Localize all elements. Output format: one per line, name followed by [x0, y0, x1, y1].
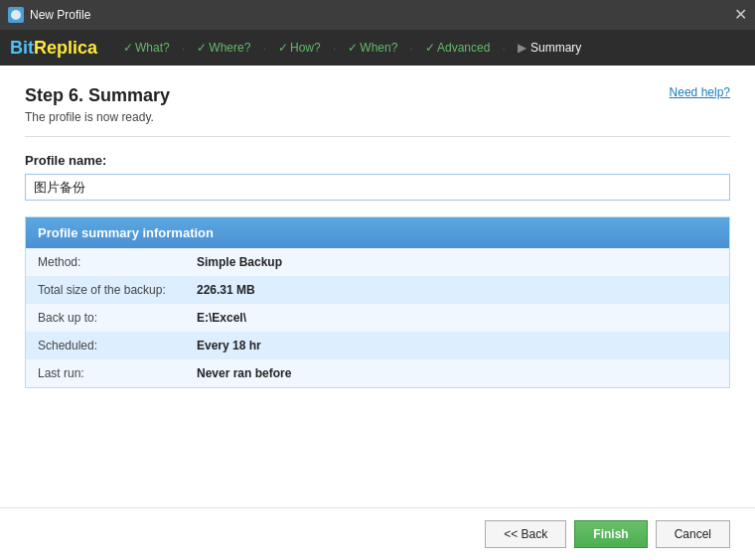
app-brand: BitReplica — [10, 38, 97, 59]
app-icon — [8, 7, 24, 23]
finish-button[interactable]: Finish — [574, 520, 647, 548]
summary-table: Method:Simple BackupTotal size of the ba… — [26, 248, 729, 387]
check-icon-how: ✓ — [278, 41, 288, 55]
step-subtitle: The profile is now ready. — [25, 110, 730, 124]
sep5: · — [502, 41, 506, 56]
sep1: · — [182, 41, 186, 56]
divider — [25, 136, 730, 137]
profile-name-label: Profile name: — [25, 153, 730, 168]
sep4: · — [409, 41, 413, 56]
main-content: Need help? Step 6. Summary The profile i… — [0, 66, 755, 560]
table-row: Method:Simple Backup — [26, 248, 729, 276]
table-row: Back up to:E:\Excel\ — [26, 304, 729, 332]
nav-step-when[interactable]: ✓ When? — [342, 41, 403, 55]
profile-name-input[interactable] — [25, 174, 730, 201]
footer: << Back Finish Cancel — [0, 507, 755, 560]
nav-step-what[interactable]: ✓ What? — [117, 41, 176, 55]
nav-bar: BitReplica ✓ What? · ✓ Where? · ✓ How? ·… — [0, 30, 755, 66]
step-title: Step 6. Summary — [25, 85, 730, 106]
check-icon-when: ✓ — [348, 41, 358, 55]
svg-point-0 — [11, 10, 21, 20]
check-icon-advanced: ✓ — [425, 41, 435, 55]
nav-steps: ✓ What? · ✓ Where? · ✓ How? · ✓ When? · … — [117, 41, 587, 56]
nav-step-advanced[interactable]: ✓ Advanced — [419, 41, 496, 55]
window-title: New Profile — [30, 8, 90, 22]
table-row: Total size of the backup:226.31 MB — [26, 276, 729, 304]
close-button[interactable]: ✕ — [734, 7, 747, 23]
summary-header: Profile summary information — [26, 217, 729, 248]
table-row: Last run:Never ran before — [26, 359, 729, 387]
check-icon-where: ✓ — [197, 41, 207, 55]
title-bar-left: New Profile — [8, 7, 90, 23]
nav-step-how[interactable]: ✓ How? — [272, 41, 327, 55]
title-bar: New Profile ✕ — [0, 0, 755, 30]
step-header: Step 6. Summary The profile is now ready… — [25, 85, 730, 124]
need-help-link[interactable]: Need help? — [670, 85, 730, 99]
nav-step-summary[interactable]: ▶ Summary — [512, 41, 587, 55]
back-button[interactable]: << Back — [485, 520, 566, 548]
nav-step-where[interactable]: ✓ Where? — [191, 41, 256, 55]
table-row: Scheduled:Every 18 hr — [26, 332, 729, 359]
summary-panel: Profile summary information Method:Simpl… — [25, 216, 730, 388]
cancel-button[interactable]: Cancel — [656, 520, 730, 548]
arrow-icon-summary: ▶ — [518, 41, 527, 55]
sep3: · — [333, 41, 337, 56]
check-icon-what: ✓ — [123, 41, 133, 55]
sep2: · — [262, 41, 266, 56]
